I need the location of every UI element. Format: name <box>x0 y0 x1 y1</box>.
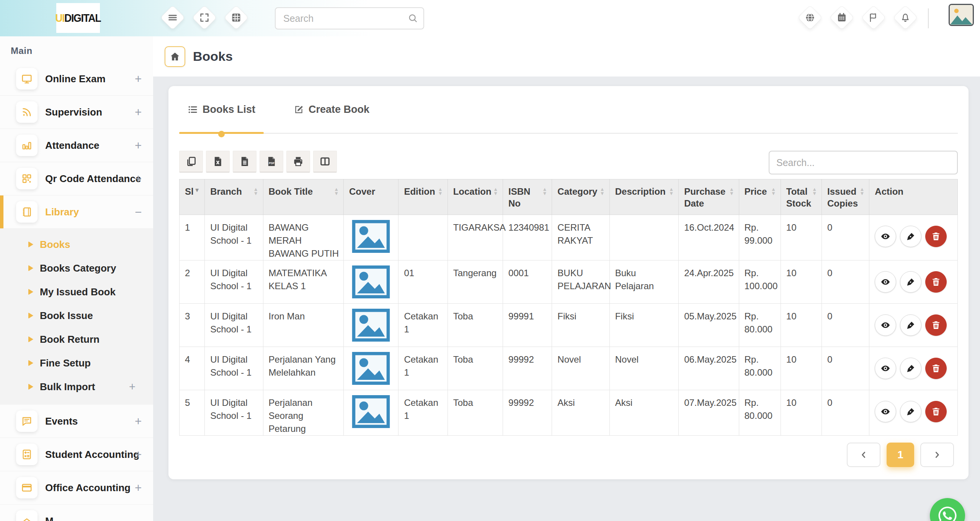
plus-icon[interactable]: + <box>135 415 142 427</box>
pagination-page-1-button[interactable]: 1 <box>887 443 914 467</box>
bell-button[interactable] <box>893 5 918 30</box>
cell-action <box>869 215 958 260</box>
plus-icon[interactable]: + <box>129 381 136 392</box>
submenu-item-fine-setup[interactable]: Fine Setup <box>0 351 153 375</box>
sort-icon[interactable]: ▲▼ <box>859 187 864 195</box>
view-button[interactable] <box>875 401 896 422</box>
delete-button[interactable] <box>925 401 947 422</box>
export-file-button[interactable] <box>233 151 256 173</box>
book-cover-image[interactable] <box>352 395 390 428</box>
sort-icon[interactable]: ▲▼ <box>542 187 547 195</box>
sidebar-item-events[interactable]: Events+ <box>0 405 153 438</box>
sort-icon[interactable]: ▲▼ <box>729 187 734 195</box>
edit-button[interactable] <box>900 226 921 247</box>
column-header-branch[interactable]: Branch▲▼ <box>205 179 263 215</box>
delete-button[interactable] <box>925 271 947 293</box>
cell-book-title: BAWANG MERAH BAWANG PUTIH <box>263 215 344 260</box>
sidebar-item-student-accounting[interactable]: Student Accounting+ <box>0 438 153 471</box>
column-header-book-title[interactable]: Book Title▲▼ <box>263 179 344 215</box>
submenu-item-my-issued-book[interactable]: My Issued Book <box>0 280 153 304</box>
sidebar-item-library[interactable]: Library− <box>0 195 153 229</box>
plus-icon[interactable]: + <box>135 449 142 461</box>
sidebar-item-office-accounting[interactable]: Office Accounting+ <box>0 471 153 505</box>
export-excel-button[interactable] <box>206 151 230 173</box>
delete-button[interactable] <box>925 226 947 247</box>
sort-icon[interactable]: ▲▼ <box>771 187 776 195</box>
view-button[interactable] <box>875 271 896 293</box>
book-cover-image[interactable] <box>352 265 390 299</box>
sort-icon[interactable]: ▲▼ <box>334 187 339 195</box>
plus-icon[interactable]: + <box>135 482 142 494</box>
edit-button[interactable] <box>900 358 921 379</box>
plus-icon[interactable]: + <box>135 106 142 118</box>
pagination-prev-button[interactable] <box>847 443 880 467</box>
sort-icon[interactable]: ▲▼ <box>812 187 817 195</box>
sort-icon[interactable]: ▲▼ <box>253 187 258 195</box>
home-button[interactable] <box>165 46 185 67</box>
tab-books-list[interactable]: Books List <box>179 86 264 133</box>
column-header-isbn-no[interactable]: ISBN No▲▼ <box>503 179 552 215</box>
view-button[interactable] <box>875 226 896 247</box>
sidebar-item-attendance[interactable]: Attendance+ <box>0 129 153 162</box>
tab-bar: Books List Create Book <box>179 86 958 134</box>
column-header-purchase-date[interactable]: Purchase Date▲▼ <box>679 179 739 215</box>
column-header-issued-copies[interactable]: Issued Copies▲▼ <box>822 179 869 215</box>
delete-button[interactable] <box>925 314 947 336</box>
book-cover-image[interactable] <box>352 220 390 253</box>
library-submenu: BooksBooks CategoryMy Issued BookBook Is… <box>0 229 153 405</box>
page-title: Books <box>193 49 233 64</box>
cell-issued-copies: 0 <box>822 304 869 347</box>
edit-button[interactable] <box>900 314 921 336</box>
tab-create-book[interactable]: Create Book <box>285 86 378 133</box>
plus-icon[interactable]: + <box>135 173 142 185</box>
column-header-total-stock[interactable]: Total Stock▲▼ <box>781 179 822 215</box>
minus-icon[interactable]: − <box>135 206 142 218</box>
column-header-sl[interactable]: Sl▼ <box>180 179 205 215</box>
pagination-next-button[interactable] <box>920 443 954 467</box>
plus-icon[interactable]: + <box>135 73 142 85</box>
edit-button[interactable] <box>900 271 921 293</box>
plus-icon[interactable]: + <box>135 140 142 151</box>
view-button[interactable] <box>875 358 896 379</box>
submenu-item-book-return[interactable]: Book Return <box>0 327 153 351</box>
app-logo[interactable]: UIDIGITAL <box>56 3 100 33</box>
table-search-input[interactable] <box>769 151 958 174</box>
column-header-category[interactable]: Category▲▼ <box>552 179 609 215</box>
book-cover-image[interactable] <box>352 352 390 385</box>
sidebar-item-online-exam[interactable]: Online Exam+ <box>0 62 153 96</box>
export-pdf-button[interactable]: PDF <box>260 151 283 173</box>
sort-icon[interactable]: ▲▼ <box>493 187 498 195</box>
sidebar-item-m[interactable]: M <box>0 505 153 521</box>
avatar[interactable] <box>949 4 974 26</box>
book-cover-image[interactable] <box>352 308 390 342</box>
calendar-button[interactable] <box>829 5 854 30</box>
view-button[interactable] <box>875 314 896 336</box>
sort-desc-icon[interactable]: ▼ <box>194 187 200 193</box>
export-copy-button[interactable] <box>179 151 203 173</box>
sort-icon[interactable]: ▲▼ <box>438 187 443 195</box>
submenu-item-bulk-import[interactable]: Bulk Import+ <box>0 375 153 399</box>
sort-icon[interactable]: ▲▼ <box>669 187 674 195</box>
submenu-item-books-category[interactable]: Books Category <box>0 256 153 280</box>
search-input[interactable] <box>275 7 424 29</box>
column-header-edition[interactable]: Edition▲▼ <box>399 179 448 215</box>
column-header-price[interactable]: Price▲▼ <box>739 179 781 215</box>
flag-button[interactable] <box>861 5 886 30</box>
submenu-item-books[interactable]: Books <box>0 233 153 256</box>
column-header-location[interactable]: Location▲▼ <box>448 179 503 215</box>
export-print-button[interactable] <box>286 151 310 173</box>
export-columns-button[interactable] <box>313 151 337 173</box>
menu-icon <box>167 12 178 23</box>
sidebar-item-qr-code-attendance[interactable]: Qr Code Attendance+ <box>0 162 153 195</box>
edit-button[interactable] <box>900 401 921 422</box>
fullscreen-button[interactable] <box>192 5 217 30</box>
grid-button[interactable] <box>224 5 248 30</box>
column-header-description[interactable]: Description▲▼ <box>609 179 678 215</box>
delete-button[interactable] <box>925 358 947 379</box>
globe-button[interactable] <box>797 5 822 30</box>
column-label: Branch <box>210 186 242 197</box>
sort-icon[interactable]: ▲▼ <box>600 187 605 195</box>
menu-button[interactable] <box>160 5 185 30</box>
sidebar-item-supervision[interactable]: Supervision+ <box>0 96 153 129</box>
submenu-item-book-issue[interactable]: Book Issue <box>0 304 153 327</box>
